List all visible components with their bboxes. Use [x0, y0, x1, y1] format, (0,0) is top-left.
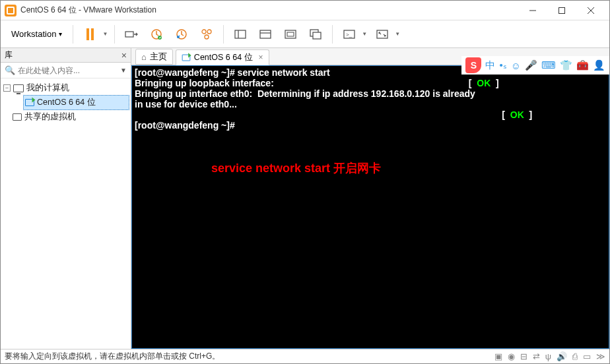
- home-icon: ⌂: [141, 52, 147, 62]
- ime-voice-icon[interactable]: 🎤: [525, 59, 537, 71]
- terminal-line: in use for device eth0...: [135, 99, 237, 109]
- svg-text:>_: >_: [346, 32, 353, 38]
- vm-tree: − 我的计算机 CentOS 6 64 位 共享的虚拟机: [1, 78, 131, 127]
- sidebar-title: 库: [5, 49, 13, 61]
- tree-label: 我的计算机: [26, 82, 69, 94]
- cd-icon[interactable]: ◉: [508, 351, 515, 361]
- snapshot-manager-button[interactable]: [195, 23, 218, 46]
- svg-point-9: [207, 30, 211, 34]
- view-tabs-button[interactable]: [254, 23, 277, 46]
- svg-rect-15: [285, 30, 296, 38]
- window-title: CentOS 6 64 位 - VMware Workstation: [20, 5, 518, 16]
- ime-skin-icon[interactable]: 👕: [560, 59, 572, 71]
- console-button[interactable]: >_: [338, 23, 360, 46]
- expand-icon[interactable]: −: [3, 84, 11, 92]
- ime-toolbar: S 中 •ₛ ☺ 🎤 ⌨ 👕 🧰 👤: [461, 56, 609, 75]
- pause-button[interactable]: [79, 23, 101, 46]
- svg-rect-4: [125, 32, 133, 37]
- snapshot-revert-button[interactable]: [170, 23, 193, 46]
- floppy-icon[interactable]: ⊟: [520, 351, 527, 361]
- network-icon[interactable]: ⇄: [533, 351, 540, 361]
- status-text: 要将输入定向到该虚拟机，请在虚拟机内部单击或按 Ctrl+G。: [5, 351, 220, 362]
- share-icon: [13, 113, 22, 121]
- svg-point-6: [158, 36, 162, 40]
- minimize-button[interactable]: [518, 1, 547, 20]
- app-icon: [5, 5, 17, 16]
- svg-rect-11: [235, 30, 246, 38]
- vm-icon: [182, 54, 191, 61]
- vm-icon: [25, 99, 34, 106]
- fullscreen-dropdown[interactable]: ▼: [395, 31, 400, 37]
- tree-root-my-computer[interactable]: − 我的计算机: [2, 81, 129, 95]
- svg-rect-1: [559, 7, 565, 13]
- message-icon[interactable]: ≫: [596, 351, 605, 361]
- tree-label: CentOS 6 64 位: [37, 97, 96, 108]
- separator: [114, 25, 115, 44]
- titlebar: CentOS 6 64 位 - VMware Workstation: [1, 1, 609, 20]
- vm-console[interactable]: [root@wangdefeng ~]# service network sta…: [131, 65, 609, 349]
- svg-rect-21: [377, 30, 388, 38]
- sidebar-search: 🔍 ▼: [1, 63, 131, 78]
- fullscreen-button[interactable]: [371, 23, 393, 46]
- terminal-prompt: [root@wangdefeng ~]#: [135, 120, 238, 131]
- maximize-button[interactable]: [547, 1, 576, 20]
- svg-rect-13: [260, 30, 271, 38]
- terminal-line: [root@wangdefeng ~]# service network sta…: [135, 67, 330, 78]
- content-area: ⌂ 主页 CentOS 6 64 位 × [root@wangdefeng ~]…: [131, 48, 609, 349]
- ok-status: OK: [477, 78, 491, 88]
- tab-centos[interactable]: CentOS 6 64 位 ×: [176, 49, 269, 65]
- ime-user-icon[interactable]: 👤: [593, 59, 605, 71]
- pause-dropdown[interactable]: ▼: [102, 31, 108, 37]
- view-single-button[interactable]: [229, 23, 252, 46]
- close-button[interactable]: [576, 1, 605, 20]
- tab-home[interactable]: ⌂ 主页: [135, 49, 173, 65]
- ok-status: OK: [510, 109, 524, 120]
- svg-rect-16: [287, 32, 294, 36]
- tab-label: 主页: [150, 51, 167, 63]
- annotation-text: service network start 开启网卡: [211, 162, 381, 175]
- separator: [332, 25, 333, 44]
- search-icon: 🔍: [5, 65, 15, 75]
- svg-rect-18: [313, 32, 321, 39]
- sound-icon[interactable]: 🔊: [557, 351, 567, 361]
- ime-toolbox-icon[interactable]: 🧰: [576, 59, 589, 71]
- tab-label: CentOS 6 64 位: [194, 52, 253, 63]
- usb-icon[interactable]: ψ: [545, 351, 551, 361]
- tree-shared-vms[interactable]: 共享的虚拟机: [11, 110, 129, 124]
- statusbar: 要将输入定向到该虚拟机，请在虚拟机内部单击或按 Ctrl+G。 ▣ ◉ ⊟ ⇄ …: [1, 349, 609, 363]
- search-dropdown[interactable]: ▼: [120, 67, 127, 74]
- ime-lang-button[interactable]: 中: [485, 59, 495, 72]
- ime-emoji-icon[interactable]: ☺: [511, 60, 521, 71]
- sidebar-header: 库 ×: [1, 48, 131, 63]
- terminal-line: Bringing up interface eth0: Determining …: [135, 88, 475, 99]
- tree-item-centos[interactable]: CentOS 6 64 位: [23, 95, 129, 110]
- display-icon[interactable]: ▭: [583, 351, 591, 361]
- separator: [223, 25, 224, 44]
- computer-icon: [13, 84, 24, 92]
- separator: [73, 25, 73, 44]
- terminal-line: Bringing up loopback interface:: [135, 78, 274, 88]
- workstation-menu[interactable]: Workstation: [6, 26, 67, 42]
- printer-icon[interactable]: ⎙: [572, 351, 578, 361]
- hdd-icon[interactable]: ▣: [494, 351, 502, 361]
- ime-logo-icon[interactable]: S: [465, 57, 481, 73]
- svg-point-8: [202, 30, 206, 34]
- toolbar: Workstation ▼ >_ ▼ ▼: [1, 20, 609, 48]
- tree-label: 共享的虚拟机: [24, 111, 76, 123]
- snapshot-button[interactable]: [145, 23, 168, 46]
- console-dropdown[interactable]: ▼: [362, 31, 367, 37]
- send-ctrl-alt-del-button[interactable]: [120, 23, 143, 46]
- sidebar: 库 × 🔍 ▼ − 我的计算机 CentOS 6 64 位 共享的虚拟机: [1, 48, 131, 349]
- search-input[interactable]: [18, 66, 118, 75]
- view-unity-button[interactable]: [304, 23, 327, 46]
- view-thumbnail-button[interactable]: [279, 23, 302, 46]
- ime-keyboard-icon[interactable]: ⌨: [541, 59, 556, 71]
- status-devices: ▣ ◉ ⊟ ⇄ ψ 🔊 ⎙ ▭ ≫: [494, 351, 605, 361]
- svg-point-10: [205, 35, 209, 39]
- sidebar-close-button[interactable]: ×: [121, 50, 127, 61]
- tab-close-button[interactable]: ×: [259, 53, 263, 62]
- ime-punct-icon[interactable]: •ₛ: [499, 59, 506, 71]
